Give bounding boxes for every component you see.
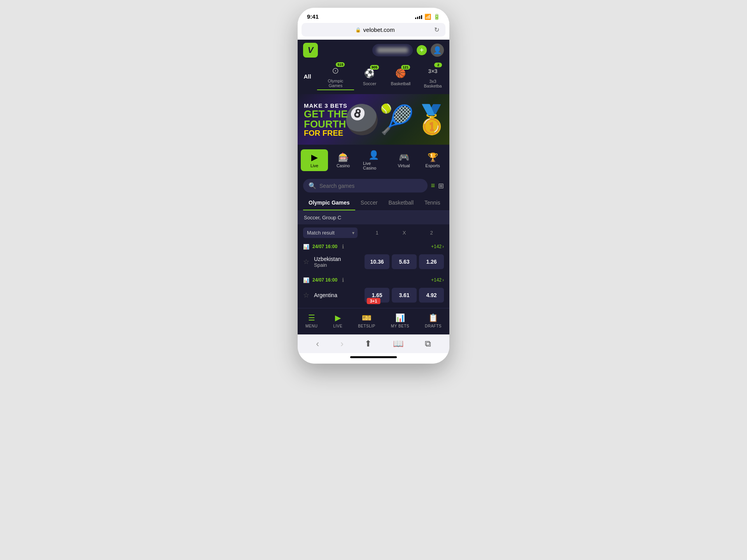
quick-nav-live[interactable]: ▶ Live xyxy=(301,149,328,171)
quick-nav-esports[interactable]: 🏆 Esports xyxy=(419,149,446,171)
basketball-icon: 🏀 xyxy=(395,68,406,79)
match-meta-1: 📊 24/07 16:00 ℹ +142 › xyxy=(298,241,449,252)
olympic-badge: 515 xyxy=(336,62,345,67)
lock-icon: 🔒 xyxy=(355,27,361,33)
virtual-icon: 🎮 xyxy=(399,152,409,163)
more-markets-2[interactable]: +142 › xyxy=(431,277,444,283)
team1-argentina: Argentina xyxy=(314,292,362,298)
match-time-2: 24/07 16:00 xyxy=(312,277,337,283)
promo-line2: GET THEFOURTH xyxy=(304,109,348,129)
live-icon: ▶ xyxy=(335,313,341,322)
odds-btn-2-x[interactable]: 3.61 xyxy=(392,288,417,303)
share-button[interactable]: ⬆ xyxy=(365,339,372,349)
3x3-icon-wrapper: 3×3 2 xyxy=(426,64,440,78)
olympic-label: Olympic Games xyxy=(323,79,349,88)
odds-btn-1-2[interactable]: 1.26 xyxy=(419,254,444,269)
balance-value xyxy=(377,47,408,53)
olympic-icon: ⊙ xyxy=(332,66,339,76)
balance-area xyxy=(372,44,413,56)
address-bar[interactable]: 🔒 velobet.com xyxy=(355,26,395,33)
sport-basketball[interactable]: 🏀 121 Basketball xyxy=(385,65,416,88)
quick-nav-virtual[interactable]: 🎮 Virtual xyxy=(390,149,417,171)
soccer-label: Soccer xyxy=(363,81,376,86)
col-x: X xyxy=(392,230,417,236)
favorite-star-1[interactable]: ☆ xyxy=(303,257,309,266)
mybets-label: My Bets xyxy=(391,324,409,328)
promo-text: MAKE 3 BETS GET THEFOURTH FOR FREE xyxy=(304,102,348,137)
bottom-nav-live[interactable]: ▶ Live xyxy=(328,312,348,330)
sport-all[interactable]: All xyxy=(298,72,317,81)
team1-uzbekistan: Uzbekistan xyxy=(314,256,362,262)
sports-nav: All ⊙ 515 Olympic Games ⚽ 905 Soccer 🏀 xyxy=(298,61,449,94)
promo-line3: FOR FREE xyxy=(304,129,348,137)
signal-icon xyxy=(415,14,422,19)
live-casino-label: Live Casino xyxy=(363,161,384,170)
avatar[interactable]: 👤 xyxy=(431,44,444,57)
soccer-icon-wrapper: ⚽ 905 xyxy=(363,66,377,80)
browser-bottom: ‹ › ⬆ 📖 ⧉ xyxy=(298,334,449,353)
tabs-button[interactable]: ⧉ xyxy=(425,339,431,349)
status-bar: 9:41 📶 🔋 xyxy=(298,8,449,23)
odds-btn-2-2[interactable]: 4.92 xyxy=(419,288,444,303)
phone-frame: 9:41 📶 🔋 🔒 velobet.com ↻ V xyxy=(298,8,449,364)
quick-nav-live-casino[interactable]: 👤 Live Casino xyxy=(358,147,389,173)
tab-olympic-games[interactable]: Olympic Games xyxy=(303,196,355,210)
deposit-button[interactable]: + xyxy=(417,45,427,55)
grid-view-icon[interactable]: ⊞ xyxy=(438,182,444,190)
3x3-icon: 3×3 xyxy=(428,68,438,74)
back-button[interactable]: ‹ xyxy=(316,338,319,349)
live-play-icon: ▶ xyxy=(311,152,318,163)
bet-type-select[interactable]: Match result xyxy=(303,228,358,238)
bookmarks-button[interactable]: 📖 xyxy=(393,339,403,349)
info-icon-1[interactable]: ℹ xyxy=(342,243,344,250)
browser-bar[interactable]: 🔒 velobet.com ↻ xyxy=(302,23,445,37)
bottom-nav: ☰ MENU ▶ Live 🎫 Betslip 📊 My Bets 📋 Draf… xyxy=(298,308,449,334)
bottom-nav-betslip[interactable]: 🎫 Betslip xyxy=(352,312,381,330)
casino-icon: 🎰 xyxy=(338,152,349,163)
mybets-icon: 📊 xyxy=(395,313,405,322)
tab-basketball[interactable]: Basketball xyxy=(383,196,419,210)
content-area: Soccer, Group C Match result 1 X 2 📊 xyxy=(298,211,449,307)
quick-nav-casino[interactable]: 🎰 Casino xyxy=(330,149,357,171)
all-label: All xyxy=(303,73,311,80)
quick-nav: ▶ Live 🎰 Casino 👤 Live Casino 🎮 Virtual … xyxy=(298,145,449,176)
sport-soccer[interactable]: ⚽ 905 Soccer xyxy=(354,65,385,88)
list-view-icon[interactable]: ≡ xyxy=(431,182,435,190)
app-content: V + 👤 All ⊙ 515 Olympic Games xyxy=(298,40,449,334)
betslip-notification[interactable]: 3+1 xyxy=(367,298,381,304)
stats-icon-1: 📊 xyxy=(303,244,309,250)
url-text: velobet.com xyxy=(363,26,395,33)
promo-banner[interactable]: MAKE 3 BETS GET THEFOURTH FOR FREE 🎱🎾🥇 xyxy=(298,94,449,145)
bottom-nav-menu[interactable]: ☰ MENU xyxy=(300,312,323,330)
bottom-nav-drafts[interactable]: 📋 Drafts xyxy=(419,312,447,330)
tab-tennis[interactable]: Tennis xyxy=(419,196,445,210)
drafts-label: Drafts xyxy=(425,324,442,328)
forward-button[interactable]: › xyxy=(340,338,344,349)
live-label: Live xyxy=(333,324,342,328)
sport-3x3[interactable]: 3×3 2 3x3 Basketba xyxy=(416,63,449,90)
search-wrapper[interactable]: 🔍 xyxy=(303,179,428,192)
menu-icon: ☰ xyxy=(308,313,315,322)
bottom-nav-mybets[interactable]: 📊 My Bets xyxy=(386,312,415,330)
live-label: Live xyxy=(310,163,318,168)
more-markets-1[interactable]: +142 › xyxy=(431,244,444,249)
odds-btn-1-x[interactable]: 5.63 xyxy=(392,254,417,269)
bet-type-wrapper[interactable]: Match result xyxy=(303,228,358,238)
wifi-icon: 📶 xyxy=(424,14,431,20)
betslip-icon: 🎫 xyxy=(362,313,372,322)
search-input[interactable] xyxy=(319,183,422,189)
favorite-star-2[interactable]: ☆ xyxy=(303,291,309,299)
promo-line1: MAKE 3 BETS xyxy=(304,102,348,109)
live-casino-icon: 👤 xyxy=(368,150,379,160)
menu-label: MENU xyxy=(305,324,317,328)
info-icon-2[interactable]: ℹ xyxy=(342,277,344,283)
odds-btn-1-1[interactable]: 10.36 xyxy=(365,254,389,269)
3x3-badge: 2 xyxy=(434,63,442,67)
time: 9:41 xyxy=(307,13,319,20)
sport-olympic[interactable]: ⊙ 515 Olympic Games xyxy=(317,62,354,90)
group-header: Soccer, Group C xyxy=(298,211,449,224)
app-header: V + 👤 xyxy=(298,40,449,61)
tab-soccer[interactable]: Soccer xyxy=(355,196,383,210)
refresh-icon[interactable]: ↻ xyxy=(434,26,439,33)
team-names-1: Uzbekistan Spain xyxy=(314,256,362,268)
